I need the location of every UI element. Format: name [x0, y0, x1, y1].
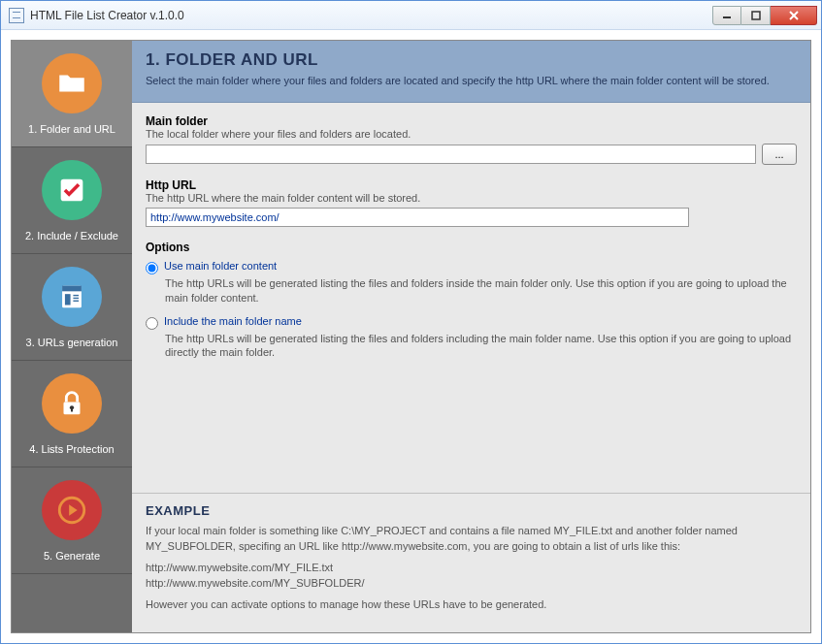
option-include-folder-name-desc: The http URLs will be generated listing …	[165, 332, 797, 361]
example-url-1: http://www.mywebsite.com/MY_FILE.txt	[146, 562, 333, 573]
main-panel: 1. FOLDER AND URL Select the main folder…	[132, 41, 810, 632]
folder-icon	[42, 53, 102, 113]
main-folder-input[interactable]	[146, 145, 756, 164]
http-url-input[interactable]	[146, 208, 689, 227]
sidebar-item-label: 4. Lists Protection	[29, 443, 114, 455]
example-title: EXAMPLE	[146, 503, 797, 518]
form-area: Main folder The local folder where your …	[132, 103, 810, 493]
example-intro: If your local main folder is something l…	[146, 524, 797, 555]
sidebar: 1. Folder and URL 2. Include / Exclude 3…	[12, 41, 132, 632]
http-url-desc: The http URL where the main folder conte…	[146, 192, 797, 204]
svg-rect-7	[65, 294, 71, 305]
page-title: 1. FOLDER AND URL	[146, 50, 797, 70]
sidebar-item-label: 5. Generate	[44, 550, 100, 562]
close-icon	[788, 10, 800, 21]
titlebar: HTML File List Creator v.1.0.0	[1, 1, 821, 30]
page-header: 1. FOLDER AND URL Select the main folder…	[132, 41, 810, 103]
option-use-main-content-desc: The http URLs will be generated listing …	[165, 276, 797, 306]
sidebar-item-urls-generation[interactable]: 3. URLs generation	[12, 254, 132, 361]
window-title: HTML File List Creator v.1.0.0	[30, 9, 712, 22]
options-group: Options Use main folder content The http…	[146, 241, 797, 360]
main-folder-desc: The local folder where your files and fo…	[146, 128, 797, 140]
sidebar-item-generate[interactable]: 5. Generate	[12, 467, 132, 574]
browse-button[interactable]: ...	[762, 144, 797, 165]
checkbox-icon	[42, 160, 102, 220]
maximize-icon	[751, 11, 761, 20]
minimize-icon	[722, 11, 732, 20]
sidebar-item-include-exclude[interactable]: 2. Include / Exclude	[12, 147, 132, 254]
http-url-label: Http URL	[146, 178, 797, 192]
sidebar-item-lists-protection[interactable]: 4. Lists Protection	[12, 361, 132, 467]
main-folder-label: Main folder	[146, 114, 797, 128]
svg-rect-13	[71, 407, 73, 411]
play-icon	[42, 480, 102, 540]
svg-rect-6	[62, 285, 82, 291]
sidebar-item-label: 3. URLs generation	[26, 337, 118, 348]
options-title: Options	[146, 241, 797, 254]
sidebar-item-folder-url[interactable]: 1. Folder and URL	[12, 41, 132, 147]
content-frame: 1. Folder and URL 2. Include / Exclude 3…	[11, 40, 811, 633]
close-button[interactable]	[771, 6, 817, 25]
option-use-main-content-label: Use main folder content	[164, 260, 277, 272]
app-icon	[9, 8, 24, 23]
minimize-button[interactable]	[712, 6, 741, 25]
option-include-folder-name-label: Include the main folder name	[164, 315, 302, 327]
maximize-button[interactable]	[741, 6, 771, 25]
window-buttons	[712, 6, 817, 25]
page-subtitle: Select the main folder where your files …	[146, 74, 797, 88]
example-outro: However you can activate options to mana…	[146, 597, 797, 613]
http-url-group: Http URL The http URL where the main fol…	[146, 178, 797, 227]
app-window: HTML File List Creator v.1.0.0 1. Folder…	[0, 0, 822, 644]
lock-icon	[42, 373, 102, 434]
svg-rect-1	[752, 12, 760, 19]
option-include-folder-name-radio[interactable]	[146, 317, 158, 330]
main-folder-group: Main folder The local folder where your …	[146, 114, 797, 165]
example-url-2: http://www.mywebsite.com/MY_SUBFOLDER/	[146, 577, 365, 589]
sidebar-item-label: 2. Include / Exclude	[25, 230, 118, 242]
example-panel: EXAMPLE If your local main folder is som…	[132, 493, 810, 632]
option-use-main-content-radio[interactable]	[146, 262, 158, 274]
sidebar-item-label: 1. Folder and URL	[28, 123, 115, 135]
document-icon	[42, 267, 102, 327]
